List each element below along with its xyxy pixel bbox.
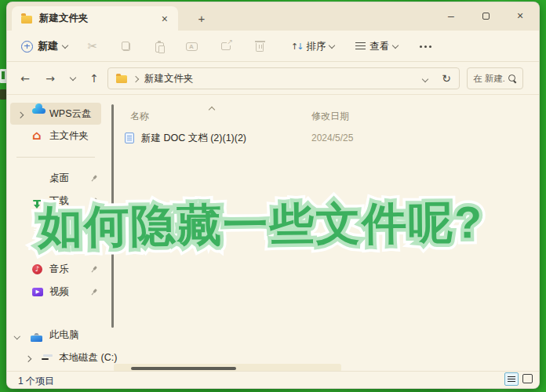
view-lines-icon (355, 42, 366, 50)
doc-file-icon (125, 132, 134, 143)
file-name: 新建 DOC 文档 (2)(1)(2) (141, 132, 246, 145)
sidebar-item-local-disk-c[interactable]: 本地磁盘 (C:) (7, 347, 107, 369)
new-tab-button[interactable]: + (192, 9, 211, 27)
pin-icon (89, 219, 99, 229)
view-label: 查看 (369, 40, 389, 53)
sort-label: 排序 (306, 40, 326, 53)
folder-icon (21, 16, 32, 24)
cut-button[interactable]: ✂ (82, 37, 103, 56)
column-header-name[interactable]: 名称 (130, 110, 149, 123)
copy-button[interactable] (115, 37, 136, 56)
search-text: 在 新建... (473, 73, 504, 85)
sidebar-item-pictures[interactable]: 图片 (7, 235, 107, 258)
plus-circle-icon (21, 41, 33, 53)
chevron-down-icon (70, 74, 76, 80)
pin-icon (89, 173, 99, 183)
chevron-down-icon (62, 42, 68, 48)
paste-icon (155, 42, 164, 53)
cut-icon: ✂ (88, 39, 98, 53)
folder-icon (116, 75, 127, 83)
music-icon: ♪ (32, 264, 42, 274)
forward-button[interactable]: → (40, 68, 60, 89)
ellipsis-icon (420, 45, 422, 48)
sidebar-item-this-pc[interactable]: 此电脑 (7, 324, 107, 347)
list-lines-icon (508, 376, 515, 383)
details-view-toggle[interactable] (504, 372, 519, 386)
sort-arrows-icon: ↑↓ (291, 42, 302, 51)
chevron-down-icon (422, 76, 428, 82)
pin-icon (89, 241, 99, 252)
file-date-modified: 2024/5/25 (311, 132, 353, 143)
titlebar: 新建文件夹 × + – × (7, 2, 539, 31)
paste-button[interactable] (149, 37, 169, 56)
sidebar-item-music[interactable]: ♪ 音乐 (7, 258, 107, 281)
chevron-right-icon[interactable] (25, 356, 31, 362)
sidebar-item-documents[interactable]: 文档 (7, 212, 107, 235)
share-icon: ↗ (221, 42, 231, 50)
sort-ascending-icon (209, 103, 214, 114)
pin-icon (89, 287, 99, 297)
chevron-down-icon (392, 42, 399, 48)
new-item-button[interactable]: 新建 (15, 36, 74, 56)
new-item-label: 新建 (38, 39, 58, 53)
search-icon (508, 74, 517, 83)
horizontal-scrollbar-thumb[interactable] (131, 367, 236, 370)
sidebar-scrollbar[interactable] (111, 104, 114, 328)
more-options-button[interactable] (409, 37, 432, 56)
back-button[interactable]: ← (15, 68, 35, 89)
sidebar-item-wps-cloud[interactable]: WPS云盘 (10, 103, 101, 125)
trash-icon (256, 43, 264, 52)
delete-button[interactable] (249, 37, 270, 56)
close-button[interactable]: × (503, 2, 537, 29)
tab-title: 新建文件夹 (39, 12, 158, 25)
refresh-button[interactable]: ↻ (442, 72, 451, 85)
chevron-right-icon[interactable] (17, 111, 24, 118)
view-button[interactable]: 查看 (351, 37, 402, 56)
file-row[interactable]: 新建 DOC 文档 (2)(1)(2) (125, 129, 423, 147)
sidebar: WPS云盘 ⌂ 主文件夹 桌面 下载 文档 图片 ♪ 音乐 (7, 96, 107, 371)
sort-button[interactable]: ↑↓ 排序 (286, 37, 339, 56)
thumbnail-view-toggle[interactable] (522, 374, 533, 383)
video-icon: ▶ (32, 288, 43, 296)
sidebar-item-downloads[interactable]: 下载 (7, 190, 107, 212)
copy-icon (122, 42, 130, 51)
rename-icon: A (186, 42, 198, 51)
sidebar-item-desktop[interactable]: 桌面 (7, 167, 107, 190)
address-history-button[interactable] (423, 73, 428, 84)
maximize-icon (482, 13, 490, 20)
recent-locations-button[interactable] (65, 68, 81, 89)
address-bar: ← → ↑ 新建文件夹 ↻ 在 新建... (7, 62, 539, 95)
tab-close-button[interactable]: × (158, 12, 172, 26)
chevron-down-icon (329, 42, 335, 48)
window-controls: – × (434, 2, 537, 29)
toolbar: 新建 ✂ A ↗ ↑↓ 排序 查看 (7, 31, 539, 62)
sidebar-divider (16, 157, 95, 158)
home-icon: ⌂ (32, 128, 41, 143)
column-header-date-modified[interactable]: 修改日期 (311, 110, 349, 123)
sidebar-item-home[interactable]: ⌂ 主文件夹 (7, 125, 107, 147)
desktop-icon[interactable] (0, 89, 6, 100)
pin-icon (89, 196, 99, 206)
share-button[interactable]: ↗ (216, 37, 236, 56)
explorer-tab[interactable]: 新建文件夹 × (12, 6, 178, 31)
breadcrumb[interactable]: 新建文件夹 ↻ (107, 67, 460, 89)
minimize-button[interactable]: – (434, 2, 468, 29)
status-bar: 1 个项目 (7, 371, 539, 388)
search-input[interactable]: 在 新建... (467, 67, 523, 89)
sidebar-item-videos[interactable]: ▶ 视频 (7, 281, 107, 303)
maximize-button[interactable] (468, 2, 503, 29)
chevron-down-icon[interactable] (14, 333, 20, 339)
breadcrumb-folder[interactable]: 新建文件夹 (144, 72, 194, 85)
item-count: 1 个项目 (18, 375, 54, 388)
file-explorer-window: 新建文件夹 × + – × 新建 ✂ A ↗ ↑↓ 排序 查看 (6, 2, 540, 389)
rename-button[interactable]: A (181, 37, 202, 56)
up-button[interactable]: ↑ (84, 68, 104, 89)
chevron-right-icon (133, 76, 139, 82)
pin-icon (89, 264, 99, 274)
